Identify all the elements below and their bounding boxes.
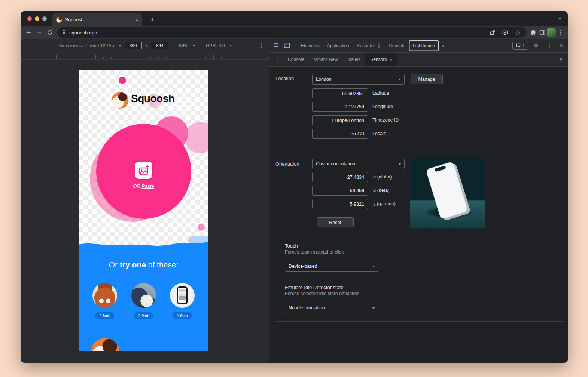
- tab-elements[interactable]: Elements: [297, 39, 323, 52]
- tab-application[interactable]: Application: [323, 39, 353, 52]
- blob-small-dot: [198, 224, 205, 231]
- sensors-tab-close-icon[interactable]: ×: [389, 57, 392, 62]
- demo-size-badge: 2.9mb: [134, 312, 153, 319]
- drawer-tab-sensors[interactable]: Sensors ×: [365, 53, 397, 66]
- latitude-input[interactable]: [312, 88, 368, 98]
- device-toolbar-toggle-icon[interactable]: [282, 41, 292, 50]
- try-bold: try one: [120, 260, 146, 269]
- devtools-menu-kebab-icon[interactable]: ⋮: [544, 43, 555, 49]
- tab-title: Squoosh: [65, 17, 132, 22]
- image-upload-dropzone[interactable]: [135, 162, 152, 179]
- open-in-new-icon[interactable]: [488, 28, 497, 37]
- divider: [295, 42, 295, 49]
- tab-strip: Squoosh × +: [21, 11, 568, 26]
- paste-link[interactable]: Paste: [141, 183, 154, 189]
- close-window-button[interactable]: [27, 16, 32, 21]
- tab-console[interactable]: Console: [385, 39, 409, 52]
- tab-close-icon[interactable]: ×: [135, 17, 138, 22]
- dimensions-chevron-icon: [118, 45, 121, 46]
- profile-avatar[interactable]: [547, 28, 556, 37]
- alpha-label: α (alpha): [373, 172, 392, 182]
- bookmark-star-icon[interactable]: ☆: [513, 28, 522, 37]
- orientation-select[interactable]: Custom orientation: [312, 159, 405, 169]
- location-select[interactable]: London: [312, 74, 405, 85]
- demo-size-badge: 1.6mb: [173, 312, 192, 319]
- drawer-tabbar: ⋮ Console What's New Issues Sensors × ×: [269, 53, 568, 67]
- url-bar[interactable]: squoosh.app ☆: [57, 27, 527, 38]
- demo-image-panda[interactable]: [92, 283, 117, 308]
- devtools-close-icon[interactable]: ×: [558, 43, 566, 49]
- drawer-tab-issues[interactable]: Issues: [343, 53, 366, 66]
- idle-detector-description: Forces selected idle state emulation: [285, 291, 359, 296]
- settings-gear-icon[interactable]: ⚙: [531, 43, 541, 49]
- drawer-menu-kebab-icon[interactable]: ⋮: [271, 56, 283, 63]
- forward-button[interactable]: [34, 27, 45, 38]
- device-width-input[interactable]: [125, 42, 142, 49]
- tab-lighthouse[interactable]: Lighthouse: [409, 40, 439, 51]
- dpr-chevron-icon: [229, 45, 232, 46]
- drawer-tab-sensors-label: Sensors: [370, 57, 387, 62]
- browser-window: Squoosh × + squoosh.app ☆: [21, 11, 568, 363]
- try-prefix: Or: [109, 260, 118, 269]
- extensions-puzzle-icon[interactable]: [529, 28, 538, 37]
- address-toolbar: squoosh.app ☆ ⋮: [21, 26, 568, 39]
- idle-emulation-select[interactable]: No idle emulation: [285, 303, 378, 313]
- divider: [507, 42, 507, 49]
- beta-input[interactable]: [312, 186, 368, 196]
- timezone-input[interactable]: [312, 115, 368, 125]
- zoom-select[interactable]: 89%: [179, 43, 188, 48]
- touch-select[interactable]: Device-based: [285, 261, 378, 272]
- tab-search-chevron-icon[interactable]: [558, 18, 562, 20]
- demo-image-dog[interactable]: [131, 283, 156, 308]
- zoom-window-button[interactable]: [42, 16, 47, 21]
- gamma-label: γ (gamma): [373, 199, 396, 209]
- demo-size-badge: 2.8mb: [95, 312, 114, 319]
- drawer-close-icon[interactable]: ×: [556, 56, 566, 63]
- longitude-input[interactable]: [312, 102, 368, 112]
- device-toolbar-menu-kebab-icon[interactable]: ⋮: [259, 42, 264, 49]
- install-app-icon[interactable]: [500, 28, 509, 37]
- divider: [275, 238, 563, 238]
- wave-decoration: [79, 239, 208, 250]
- orientation-label: Orientation: [275, 161, 299, 167]
- dimensions-label[interactable]: Dimensions: iPhone 12 Pro: [57, 43, 114, 48]
- gamma-input[interactable]: [312, 199, 368, 209]
- browser-menu-kebab-icon[interactable]: ⋮: [556, 28, 565, 37]
- browser-tab[interactable]: Squoosh ×: [52, 13, 142, 26]
- url-text: squoosh.app: [69, 30, 97, 36]
- speech-bubble-icon: [516, 43, 521, 48]
- touch-description: Forces touch instead of click: [285, 249, 344, 255]
- orientation-phone-preview[interactable]: [410, 158, 485, 228]
- squoosh-logo-text: Squoosh: [131, 93, 174, 105]
- latitude-label: Latitude: [372, 88, 389, 98]
- reload-button[interactable]: [45, 27, 55, 38]
- side-panel-icon[interactable]: [538, 28, 547, 37]
- or-text: OR: [133, 183, 140, 189]
- inspect-element-icon[interactable]: [271, 41, 282, 50]
- minimize-window-button[interactable]: [35, 16, 39, 21]
- tab-recorder[interactable]: Recorder: [353, 39, 385, 52]
- messages-badge-button[interactable]: 1: [512, 42, 528, 50]
- device-height-input[interactable]: [151, 42, 168, 49]
- device-toolbar: Dimensions: iPhone 12 Pro × 89% DPR: 3.0…: [21, 39, 269, 52]
- reset-button[interactable]: Reset: [317, 217, 354, 227]
- more-tabs-icon[interactable]: »: [439, 43, 447, 49]
- manage-button[interactable]: Manage: [411, 74, 443, 84]
- back-button[interactable]: [24, 27, 34, 38]
- demo-image-phone[interactable]: [170, 283, 195, 308]
- locale-input[interactable]: [312, 129, 368, 139]
- add-image-icon: [138, 165, 150, 176]
- dpr-select[interactable]: DPR: 3.0: [206, 43, 225, 48]
- lock-icon: [62, 30, 66, 35]
- new-tab-button[interactable]: +: [147, 14, 158, 25]
- alpha-input[interactable]: [312, 172, 368, 182]
- divider: [275, 154, 563, 154]
- drawer-tab-whats-new[interactable]: What's New: [309, 53, 343, 66]
- location-label: Location: [275, 76, 294, 81]
- avatar: [547, 28, 556, 37]
- divider: [275, 321, 563, 322]
- drawer-tab-console[interactable]: Console: [283, 53, 309, 66]
- phone-notch: [435, 165, 446, 172]
- blob-pale-right: [185, 122, 208, 153]
- main-content: Dimensions: iPhone 12 Pro × 89% DPR: 3.0…: [21, 39, 568, 363]
